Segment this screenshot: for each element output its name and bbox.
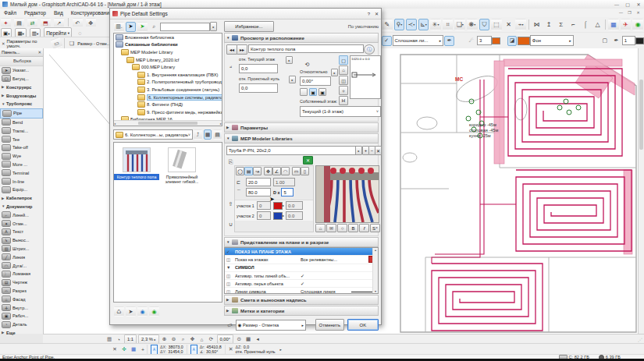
- section-tags[interactable]: ▶ Метки и категории: [224, 306, 379, 316]
- to-zero-value[interactable]: 0,0: [239, 83, 278, 93]
- tool-бегущ-[interactable]: ▢Бегущ...: [0, 75, 43, 83]
- plan-table-row-1[interactable]: ◫Показ на этажахВсе релевантны...: [225, 256, 378, 264]
- tool-tee[interactable]: Tee: [0, 135, 43, 143]
- section2-value[interactable]: 0.0: [286, 211, 303, 220]
- arc-toggle-icon[interactable]: ◠: [281, 167, 290, 175]
- mail-icon[interactable]: ✉: [326, 224, 336, 232]
- bg-pen-icon[interactable]: ▢: [600, 36, 610, 46]
- orient-icon[interactable]: ⊙: [235, 335, 243, 343]
- tree-node-3[interactable]: MEP Library_2020.lcf: [114, 56, 222, 64]
- to-zero-dropdown-icon[interactable]: ▸: [289, 76, 296, 83]
- ok-button[interactable]: OK: [347, 319, 379, 331]
- angle-toggle-icon[interactable]: ∠: [272, 167, 281, 175]
- thumb-up-icon[interactable]: ⇧: [226, 199, 236, 209]
- section-placement[interactable]: ▼ Просмотр и расположение: [224, 33, 379, 43]
- fillet-icon[interactable]: ⌐: [568, 19, 579, 30]
- next-object-button[interactable]: ▸▸: [237, 44, 247, 55]
- panel-b-toggle-icon[interactable]: ▯: [301, 167, 309, 175]
- toolbox-group-32[interactable]: ▶Еще: [0, 329, 43, 338]
- tool-вынос-[interactable]: ↳Вынос...: [0, 236, 43, 245]
- clear-type-icon[interactable]: ✕: [375, 146, 382, 155]
- snap-guides-icon[interactable]: ✜: [120, 345, 128, 353]
- ref-level-dropdown-icon[interactable]: ▸: [277, 345, 285, 353]
- plan-table-row-5[interactable]: ◫Линии символаСплошная линия: [225, 288, 378, 294]
- pin-icon[interactable]: ∪: [226, 219, 236, 229]
- tool-отме-[interactable]: ✦Отме...: [0, 219, 43, 228]
- folder-up-icon[interactable]: ⤴: [194, 129, 202, 140]
- section-plan-view[interactable]: ▼ Представление на плане и в разрезе: [224, 237, 379, 247]
- grid-icon[interactable]: ⌗: [443, 19, 454, 30]
- pen-weight-field[interactable]: 3: [477, 36, 492, 45]
- coil-toggle-icon[interactable]: ▤: [244, 167, 253, 175]
- angle-field[interactable]: 0,00°: [300, 76, 331, 86]
- group-dropdown-icon[interactable]: ❋▾: [467, 19, 478, 30]
- toolbox-group-5[interactable]: ▼Трубопровс: [0, 100, 43, 108]
- tree-node-4[interactable]: 000.MEP Library: [114, 63, 222, 71]
- find-object-icon[interactable]: ➤: [126, 22, 136, 32]
- tool-transi-[interactable]: Transi...: [0, 126, 43, 135]
- bg-pen-number[interactable]: 1: [622, 36, 636, 45]
- tool-bend[interactable]: Bend: [0, 119, 43, 127]
- minimize-button[interactable]: —: [611, 1, 622, 8]
- linetype-combo[interactable]: Сплошная ли...▸: [393, 35, 444, 46]
- tool-more-[interactable]: More ...: [0, 161, 43, 169]
- fill-toggle-icon[interactable]: ◪: [507, 36, 518, 46]
- plan-table-row-3[interactable]: ◫Активир. типы линий объ...✓: [225, 272, 378, 280]
- share-icon[interactable]: S⁺: [370, 224, 380, 232]
- linetype-toggle-icon[interactable]: ✓: [382, 36, 392, 46]
- lasso-dropdown-icon[interactable]: ⊾▾: [418, 19, 429, 30]
- close-button[interactable]: ✕: [633, 1, 644, 8]
- pen-toggle-icon[interactable]: ✒: [444, 36, 454, 46]
- tree-node-7[interactable]: 3. Резьбовые соединения (латунь): [114, 86, 222, 94]
- menu-item-0[interactable]: Файл: [0, 9, 20, 17]
- facebook-icon[interactable]: f: [359, 224, 369, 232]
- by-default-label[interactable]: По умолчанию: [348, 24, 379, 29]
- tree-node-1[interactable]: Связанные библиотеки: [114, 41, 222, 49]
- tree-node-5[interactable]: 1. Внутренняя канализация (ПВХ): [114, 71, 222, 79]
- mirror-checkbox[interactable]: [300, 88, 308, 96]
- section2-count[interactable]: 0: [257, 211, 271, 220]
- tree-node-0[interactable]: Вложенная библиотека: [114, 34, 222, 41]
- layout-icon[interactable]: ▦: [244, 335, 252, 343]
- plan-table-row-0[interactable]: ✓ПОКАЗ НА ПЛАНЕ ЭТАЖА: [225, 248, 378, 256]
- flip-checkbox[interactable]: ▣: [309, 88, 317, 96]
- multiply-icon[interactable]: Σ: [556, 19, 567, 30]
- infobox-close-icon[interactable]: ✕: [2, 41, 5, 46]
- size-layer-combo[interactable]: ◉ Размер - Отметка▸: [236, 320, 306, 331]
- tree-node-10[interactable]: 9. Пресс-фитинги медь, нержавейка: [114, 108, 222, 116]
- trim-dropdown-icon[interactable]: ⌁▾: [515, 19, 526, 30]
- mirror-icon[interactable]: ⋈: [532, 19, 543, 30]
- object-item-1[interactable]: Прямолинейный элемент гибкой...: [159, 146, 205, 185]
- folder-combo[interactable]: 6. Коллекторн...ы, радиаторы ˅: [113, 129, 193, 140]
- toolbox-group-16[interactable]: ▶Кабелепрок: [0, 194, 43, 203]
- extra-checkbox[interactable]: ▣: [318, 88, 326, 96]
- round-pipe-toggle-icon[interactable]: ◯: [236, 167, 244, 175]
- pencil-icon[interactable]: ✎: [382, 19, 393, 30]
- bg-pen2-icon[interactable]: ✒: [611, 36, 621, 46]
- to-story-value[interactable]: 0,0: [239, 64, 278, 73]
- search-input[interactable]: [160, 23, 210, 31]
- snap-grid-icon[interactable]: ▦: [130, 345, 137, 353]
- section2-color-swatch[interactable]: [273, 212, 283, 220]
- d-count-field[interactable]: 5: [281, 188, 294, 196]
- prev-view-icon[interactable]: ◂: [254, 335, 262, 343]
- tree-node-8[interactable]: 6. Коллекторные системы, радиато: [114, 94, 222, 101]
- hand-icon[interactable]: ✥: [189, 335, 197, 343]
- size-note-label[interactable]: Размер - Отме...: [77, 41, 109, 46]
- tool-in-line[interactable]: In-line: [0, 177, 43, 186]
- tool-линей-[interactable]: ⌐Линей...: [0, 211, 43, 219]
- tool-wye[interactable]: Wye: [0, 152, 43, 161]
- delete-icon[interactable]: ✕: [503, 19, 514, 30]
- tree-node-9[interactable]: 8. Фитинги (ПНД): [114, 101, 222, 108]
- list-view-icon[interactable]: ▤: [213, 129, 222, 140]
- section1-value[interactable]: 0.0: [286, 201, 303, 210]
- canvas-vertical-scrollbar[interactable]: [638, 48, 644, 334]
- side-view-toggle-icon[interactable]: ◫: [339, 76, 348, 85]
- tree-node-6[interactable]: 2. Полипропиленовый трубопровод: [114, 79, 222, 87]
- pane-toggle-icon[interactable]: ▥: [105, 335, 113, 343]
- add-coord-icon[interactable]: ＋: [139, 345, 147, 353]
- object-item-0[interactable]: Контур теплого пола: [114, 146, 159, 185]
- tool-штрих-[interactable]: ▨Штрих...: [0, 245, 43, 253]
- dialog-help-icon[interactable]: ?: [368, 12, 370, 16]
- maximize-button[interactable]: ▢: [622, 1, 633, 8]
